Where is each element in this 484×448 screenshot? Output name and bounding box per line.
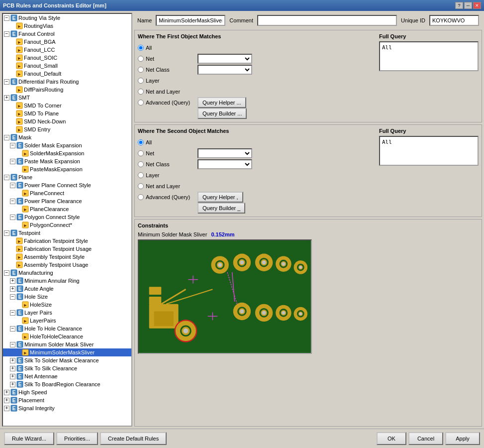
tree-expander[interactable]: − [10,183,15,188]
first-net-radio[interactable] [138,56,144,62]
tree-item[interactable]: ►SMD To Corner [3,102,131,110]
tree-expander[interactable] [16,349,22,355]
tree-item[interactable]: +ESMT [3,94,131,102]
tree-item[interactable]: ►Fanout_Default [3,70,131,78]
tree-item[interactable]: ►Assembly Testpoint Style [3,253,131,261]
tree-expander[interactable]: − [10,143,15,148]
tree-item[interactable]: −EPolygon Connect Style [3,213,131,221]
tree-expander[interactable]: + [4,398,9,403]
tree-item[interactable]: ►PasteMaskExpansion [3,165,131,173]
tree-item[interactable]: −EPower Plane Connect Style [3,181,131,189]
tree-item[interactable]: −ETestpoint [3,229,131,237]
tree-item[interactable]: ►Fabrication Testpoint Usage [3,245,131,253]
tree-expander[interactable]: − [4,79,9,85]
tree-item[interactable]: ►SMD Entry [3,125,131,133]
help-button[interactable]: ? [455,2,463,9]
tree-item[interactable]: ►PlaneClearance [3,205,131,213]
tree-expander[interactable] [16,166,22,172]
tree-expander[interactable] [10,23,16,29]
tree-expander[interactable]: − [4,31,9,37]
tree-expander[interactable]: + [4,406,9,411]
tree-item[interactable]: ►Assembly Testpoint Usage [3,261,131,269]
tree-expander[interactable]: + [10,278,15,284]
first-all-radio[interactable] [138,45,144,51]
tree-item[interactable]: ►SolderMaskExpansion [3,149,131,157]
tree-expander[interactable]: + [10,358,15,363]
first-netclass-radio[interactable] [138,67,144,73]
priorities-button[interactable]: Priorities... [56,432,98,445]
second-query-helper-btn[interactable]: Query Helper , [197,192,243,203]
tree-expander[interactable]: − [4,175,9,180]
tree-item[interactable]: +EHigh Speed [3,388,131,396]
tree-item[interactable]: −ELayer Pairs [3,309,131,317]
tree-expander[interactable]: + [10,286,15,292]
tree-item[interactable]: ►HoleToHoleClearance [3,333,131,340]
tree-expander[interactable]: − [10,326,15,332]
tree-item[interactable]: −EDifferential Pairs Routing [3,78,131,86]
tree-item[interactable]: +ESilk To Silk Clearance [3,364,131,372]
name-input[interactable] [156,15,225,26]
tree-item[interactable]: ►Fanout_SOIC [3,54,131,62]
tree-item[interactable]: −EMinimum Solder Mask Sliver [3,340,131,348]
apply-button[interactable]: Apply [445,432,480,445]
tree-expander[interactable]: − [4,270,9,276]
tree-item[interactable]: +ENet Antennae [3,372,131,380]
tree-item[interactable]: −EHole To Hole Clearance [3,325,131,333]
tree-expander[interactable]: − [10,294,15,300]
tree-item[interactable]: −EManufacturing [3,269,131,277]
tree-item[interactable]: +EPlacement [3,396,131,404]
tree-item[interactable]: ►SMD Neck-Down [3,117,131,125]
tree-item[interactable]: ►PolygonConnect* [3,221,131,229]
tree-item[interactable]: ►PlaneConnect [3,189,131,197]
tree-expander[interactable]: − [4,230,9,236]
tree-expander[interactable] [10,55,16,61]
tree-expander[interactable]: − [4,15,9,21]
tree-expander[interactable]: − [10,159,15,164]
tree-item[interactable]: ►MinimumSolderMaskSliver [3,348,131,356]
tree-item[interactable]: −ERouting Via Style [3,14,131,22]
tree-item[interactable]: ►Fanout_Small [3,62,131,70]
tree-item[interactable]: ►Fanout_BGA [3,38,131,46]
close-button[interactable]: ✕ [473,2,481,9]
tree-expander[interactable] [16,150,22,156]
tree-item[interactable]: −EFanout Control [3,30,131,38]
tree-expander[interactable]: + [10,374,15,379]
second-net-radio[interactable] [138,150,144,156]
rule-wizard-button[interactable]: Rule Wizard... [4,432,54,445]
tree-item[interactable]: ►Fabrication Testpoint Style [3,237,131,245]
tree-expander[interactable] [10,254,16,260]
first-query-builder-btn[interactable]: Query Builder ... [197,108,247,119]
second-netclass-radio[interactable] [138,161,144,167]
tree-expander[interactable] [10,103,16,109]
tree-expander[interactable]: − [10,199,15,204]
tree-item[interactable]: ►Fanout_LCC [3,46,131,54]
first-advanced-radio[interactable] [138,100,144,106]
tree-expander[interactable]: + [10,366,15,371]
tree-item[interactable]: ►DiffPairsRouting [3,86,131,94]
tree-expander[interactable] [10,87,16,93]
tree-expander[interactable] [16,302,22,308]
tree-item[interactable]: ►SMD To Plane [3,110,131,117]
tree-item[interactable]: +ESilk To BoardRegion Clearance [3,380,131,388]
tree-item[interactable]: +ESilk To Solder Mask Clearance [3,356,131,364]
tree-expander[interactable]: − [10,215,15,220]
ok-button[interactable]: OK [377,432,406,445]
first-layer-radio[interactable] [138,78,144,84]
tree-expander[interactable]: − [10,342,15,347]
tree-expander[interactable] [10,71,16,77]
tree-expander[interactable] [16,206,22,212]
tree-item[interactable]: −EHole Size [3,293,131,301]
tree-expander[interactable]: − [4,135,9,140]
minimize-button[interactable]: ─ [464,2,472,9]
tree-item[interactable]: −ESolder Mask Expansion [3,141,131,149]
tree-expander[interactable] [10,39,16,45]
tree-item[interactable]: +EAcute Angle [3,285,131,293]
create-default-button[interactable]: Create Default Rules [100,432,167,445]
tree-expander[interactable] [16,318,22,324]
second-net-dropdown[interactable] [197,148,252,158]
tree-item[interactable]: −EPlane [3,173,131,181]
tree-expander[interactable]: + [4,390,9,395]
tree-item[interactable]: −EMask [3,133,131,141]
uid-input[interactable] [429,15,479,26]
second-netclass-dropdown[interactable] [197,159,252,169]
